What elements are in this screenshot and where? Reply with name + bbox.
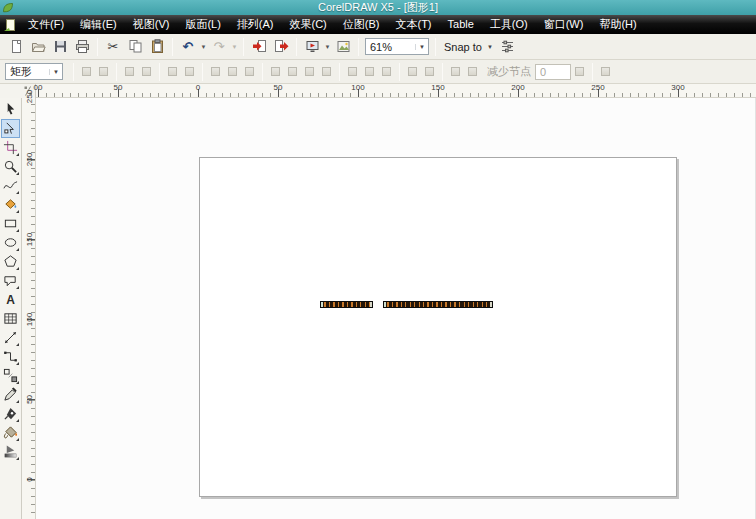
snap-to-button[interactable]: Snap to ▼ [440, 37, 497, 57]
basic-shapes-tool[interactable] [1, 271, 20, 290]
crop-tool[interactable] [1, 138, 20, 157]
zoom-level-combobox[interactable]: 61% ▼ [365, 38, 429, 55]
copy-icon[interactable] [125, 37, 145, 57]
ruler-tick-label: 50 [25, 393, 34, 407]
curve-smoothness-icon [598, 64, 613, 79]
vertical-ruler[interactable]: 250 200 150 100 50 0 [22, 98, 36, 519]
short-dashed-bar-object[interactable] [320, 301, 373, 308]
propbar-separator [592, 63, 593, 81]
application-launcher-icon[interactable] [302, 37, 322, 57]
open-icon[interactable] [28, 37, 48, 57]
dimension-tool[interactable] [1, 328, 20, 347]
reduce-nodes-value: 0 [540, 66, 546, 78]
join-nodes-icon [122, 64, 137, 79]
ruler-tick-label: 100 [25, 313, 34, 327]
ruler-tick-label: 200 [25, 153, 34, 167]
reduce-nodes-input[interactable]: 0 [535, 64, 571, 80]
menu-table[interactable]: Table [440, 15, 482, 34]
menu-tools[interactable]: 工具(O) [482, 15, 536, 34]
menu-effects[interactable]: 效果(C) [282, 15, 335, 34]
convert-to-line-icon [165, 64, 180, 79]
freehand-tool[interactable] [1, 176, 20, 195]
ruler-tick-label: 50 [114, 83, 123, 92]
smart-fill-tool[interactable] [1, 195, 20, 214]
ruler-tick-label: 250 [25, 90, 34, 104]
application-launcher-dropdown-icon[interactable]: ▼ [323, 37, 332, 57]
ruler-tick-label: 250 [591, 83, 604, 92]
smooth-node-icon [225, 64, 240, 79]
corel-connect-icon[interactable] [333, 37, 353, 57]
menu-help[interactable]: 帮助(H) [591, 15, 644, 34]
ruler-tick-label: 200 [511, 83, 524, 92]
redo-dropdown-icon[interactable]: ▼ [230, 37, 239, 57]
menu-window[interactable]: 窗口(W) [536, 15, 592, 34]
connector-tool[interactable] [1, 347, 20, 366]
print-icon[interactable] [72, 37, 92, 57]
menu-layout[interactable]: 版面(L) [177, 15, 228, 34]
snapping-options-icon[interactable] [498, 37, 518, 57]
rectangle-tool[interactable] [1, 214, 20, 233]
polygon-tool[interactable] [1, 252, 20, 271]
menu-view[interactable]: 视图(V) [125, 15, 178, 34]
undo-dropdown-icon[interactable]: ▼ [199, 37, 208, 57]
document-icon [3, 18, 16, 32]
fill-tool[interactable] [1, 423, 20, 442]
paste-icon[interactable] [147, 37, 167, 57]
toolbar-separator [296, 38, 297, 56]
toolbar-separator [172, 38, 173, 56]
interactive-fill-tool[interactable] [1, 442, 20, 461]
shape-tool[interactable] [1, 119, 20, 138]
horizontal-ruler[interactable]: 00 50 0 50 100 150 200 250 300 [36, 84, 756, 98]
propbar-separator [73, 63, 74, 81]
main-area: A [0, 98, 756, 519]
ruler-tick-label: 300 [671, 83, 684, 92]
shape-type-combobox[interactable]: 矩形 ▼ [5, 63, 63, 80]
page[interactable] [199, 157, 677, 497]
chevron-down-icon[interactable]: ▼ [487, 44, 493, 50]
propbar-separator [442, 63, 443, 81]
ruler-tick-label: 50 [274, 83, 283, 92]
color-eyedropper-tool[interactable] [1, 385, 20, 404]
text-tool[interactable]: A [1, 290, 20, 309]
toolbar-separator [243, 38, 244, 56]
add-node-icon [79, 64, 94, 79]
export-icon[interactable] [271, 37, 291, 57]
menu-text[interactable]: 文本(T) [387, 15, 439, 34]
select-all-nodes-icon [465, 64, 480, 79]
ruler-tick-label: 150 [25, 233, 34, 247]
table-tool[interactable] [1, 309, 20, 328]
menu-file[interactable]: 文件(F) [20, 15, 72, 34]
drawing-canvas[interactable] [36, 98, 756, 519]
propbar-separator [116, 63, 117, 81]
chevron-down-icon[interactable]: ▼ [49, 69, 62, 75]
zoom-tool[interactable] [1, 157, 20, 176]
ellipse-tool[interactable] [1, 233, 20, 252]
propbar-separator [339, 63, 340, 81]
coreldraw-window: CorelDRAW X5 - [图形1] 文件(F) 编辑(E) 视图(V) 版… [0, 0, 756, 519]
pick-tool[interactable] [1, 100, 20, 119]
menu-arrange[interactable]: 排列(A) [229, 15, 282, 34]
ruler-tick-label: 00 [34, 83, 43, 92]
symmetrical-node-icon [242, 64, 257, 79]
menu-bitmaps[interactable]: 位图(B) [335, 15, 388, 34]
save-icon[interactable] [50, 37, 70, 57]
menu-edit[interactable]: 编辑(E) [72, 15, 125, 34]
shape-type-value: 矩形 [6, 64, 49, 79]
reflect-horizontal-icon [405, 64, 420, 79]
undo-icon[interactable]: ↶ [178, 37, 198, 57]
outline-pen-tool[interactable] [1, 404, 20, 423]
long-dashed-bar-object[interactable] [383, 301, 493, 308]
redo-icon[interactable]: ↷ [209, 37, 229, 57]
property-bar: 矩形 ▼ 减少节点 0 [0, 60, 756, 84]
import-icon[interactable] [249, 37, 269, 57]
propbar-separator [159, 63, 160, 81]
align-nodes-icon [379, 64, 394, 79]
menu-bar: 文件(F) 编辑(E) 视图(V) 版面(L) 排列(A) 效果(C) 位图(B… [0, 15, 756, 34]
blend-tool[interactable] [1, 366, 20, 385]
chevron-down-icon[interactable]: ▼ [415, 44, 428, 50]
new-document-icon[interactable] [6, 37, 26, 57]
snap-to-label: Snap to [444, 41, 482, 53]
cut-icon[interactable]: ✂ [103, 37, 123, 57]
ruler-tick-label: 150 [431, 83, 444, 92]
window-title: CorelDRAW X5 - [图形1] [0, 0, 756, 15]
